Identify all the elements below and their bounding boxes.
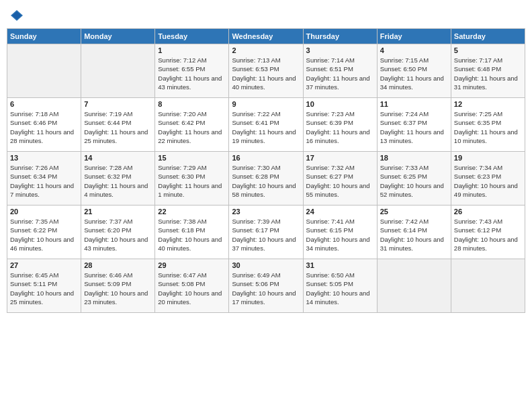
day-info: Sunrise: 7:30 AMSunset: 6:28 PMDaylight:… [232,163,300,199]
weekday-header-friday: Friday [377,29,451,44]
day-info: Sunrise: 7:28 AMSunset: 6:32 PMDaylight:… [84,163,152,199]
day-number: 16 [232,154,300,162]
day-number: 8 [158,100,226,108]
day-number: 30 [232,261,300,269]
calendar-cell: 9Sunrise: 7:22 AMSunset: 6:41 PMDaylight… [229,98,303,152]
day-info: Sunrise: 7:26 AMSunset: 6:34 PMDaylight:… [10,163,78,199]
calendar-cell: 11Sunrise: 7:24 AMSunset: 6:37 PMDayligh… [377,98,451,152]
day-info: Sunrise: 7:13 AMSunset: 6:53 PMDaylight:… [232,56,300,91]
calendar-cell: 21Sunrise: 7:37 AMSunset: 6:20 PMDayligh… [81,205,155,259]
logo-flag-icon [11,9,23,24]
day-info: Sunrise: 7:29 AMSunset: 6:30 PMDaylight:… [158,163,226,199]
day-info: Sunrise: 6:50 AMSunset: 5:05 PMDaylight:… [306,271,374,306]
day-info: Sunrise: 7:37 AMSunset: 6:20 PMDaylight:… [84,217,152,253]
calendar-cell: 13Sunrise: 7:26 AMSunset: 6:34 PMDayligh… [7,152,81,205]
weekday-header-thursday: Thursday [303,29,377,44]
calendar-cell: 12Sunrise: 7:25 AMSunset: 6:35 PMDayligh… [451,98,525,152]
calendar-cell [81,44,155,98]
calendar-cell: 31Sunrise: 6:50 AMSunset: 5:05 PMDayligh… [303,259,377,313]
day-number: 15 [158,154,226,162]
weekday-header-sunday: Sunday [7,29,81,44]
day-info: Sunrise: 6:49 AMSunset: 5:06 PMDaylight:… [232,271,300,306]
calendar-cell [377,259,451,313]
page-header [7,7,525,24]
week-row-4: 20Sunrise: 7:35 AMSunset: 6:22 PMDayligh… [7,205,525,259]
day-info: Sunrise: 7:39 AMSunset: 6:17 PMDaylight:… [232,217,300,253]
week-row-3: 13Sunrise: 7:26 AMSunset: 6:34 PMDayligh… [7,152,525,205]
day-number: 28 [84,261,152,269]
day-number: 11 [380,100,448,108]
day-info: Sunrise: 7:20 AMSunset: 6:42 PMDaylight:… [158,109,226,145]
weekday-header-tuesday: Tuesday [155,29,229,44]
day-number: 4 [380,46,448,54]
week-row-5: 27Sunrise: 6:45 AMSunset: 5:11 PMDayligh… [7,259,525,313]
day-info: Sunrise: 7:38 AMSunset: 6:18 PMDaylight:… [158,217,226,253]
week-row-1: 1Sunrise: 7:12 AMSunset: 6:55 PMDaylight… [7,44,525,98]
day-number: 22 [158,208,226,216]
logo [9,9,23,24]
day-number: 25 [380,208,448,216]
weekday-header-monday: Monday [81,29,155,44]
calendar-cell: 1Sunrise: 7:12 AMSunset: 6:55 PMDaylight… [155,44,229,98]
weekday-header-saturday: Saturday [451,29,525,44]
day-number: 26 [454,208,522,216]
calendar-cell: 6Sunrise: 7:18 AMSunset: 6:46 PMDaylight… [7,98,81,152]
calendar-cell: 29Sunrise: 6:47 AMSunset: 5:08 PMDayligh… [155,259,229,313]
day-info: Sunrise: 7:34 AMSunset: 6:23 PMDaylight:… [454,163,522,199]
day-info: Sunrise: 7:32 AMSunset: 6:27 PMDaylight:… [306,163,374,199]
calendar-cell: 20Sunrise: 7:35 AMSunset: 6:22 PMDayligh… [7,205,81,259]
day-info: Sunrise: 7:18 AMSunset: 6:46 PMDaylight:… [10,109,78,145]
svg-marker-1 [12,11,21,19]
calendar-cell [7,44,81,98]
day-info: Sunrise: 7:24 AMSunset: 6:37 PMDaylight:… [380,109,448,145]
calendar-cell: 27Sunrise: 6:45 AMSunset: 5:11 PMDayligh… [7,259,81,313]
calendar-cell: 18Sunrise: 7:33 AMSunset: 6:25 PMDayligh… [377,152,451,205]
calendar-cell: 3Sunrise: 7:14 AMSunset: 6:51 PMDaylight… [303,44,377,98]
day-number: 24 [306,208,374,216]
day-number: 6 [10,100,78,108]
calendar-cell: 28Sunrise: 6:46 AMSunset: 5:09 PMDayligh… [81,259,155,313]
day-info: Sunrise: 7:15 AMSunset: 6:50 PMDaylight:… [380,56,448,91]
calendar-cell [451,259,525,313]
day-info: Sunrise: 7:43 AMSunset: 6:12 PMDaylight:… [454,217,522,253]
day-info: Sunrise: 7:23 AMSunset: 6:39 PMDaylight:… [306,109,374,145]
calendar-cell: 23Sunrise: 7:39 AMSunset: 6:17 PMDayligh… [229,205,303,259]
calendar-cell: 30Sunrise: 6:49 AMSunset: 5:06 PMDayligh… [229,259,303,313]
day-number: 12 [454,100,522,108]
day-info: Sunrise: 7:14 AMSunset: 6:51 PMDaylight:… [306,56,374,91]
calendar-cell: 17Sunrise: 7:32 AMSunset: 6:27 PMDayligh… [303,152,377,205]
day-info: Sunrise: 7:22 AMSunset: 6:41 PMDaylight:… [232,109,300,145]
calendar-cell: 8Sunrise: 7:20 AMSunset: 6:42 PMDaylight… [155,98,229,152]
day-number: 3 [306,46,374,54]
calendar-cell: 10Sunrise: 7:23 AMSunset: 6:39 PMDayligh… [303,98,377,152]
calendar-cell: 19Sunrise: 7:34 AMSunset: 6:23 PMDayligh… [451,152,525,205]
day-info: Sunrise: 7:19 AMSunset: 6:44 PMDaylight:… [84,109,152,145]
calendar-cell: 5Sunrise: 7:17 AMSunset: 6:48 PMDaylight… [451,44,525,98]
day-info: Sunrise: 7:35 AMSunset: 6:22 PMDaylight:… [10,217,78,253]
day-info: Sunrise: 7:12 AMSunset: 6:55 PMDaylight:… [158,56,226,91]
day-number: 17 [306,154,374,162]
calendar-table: SundayMondayTuesdayWednesdayThursdayFrid… [7,28,525,313]
day-number: 31 [306,261,374,269]
calendar-cell: 22Sunrise: 7:38 AMSunset: 6:18 PMDayligh… [155,205,229,259]
calendar-cell: 15Sunrise: 7:29 AMSunset: 6:30 PMDayligh… [155,152,229,205]
day-info: Sunrise: 6:45 AMSunset: 5:11 PMDaylight:… [10,271,78,306]
day-info: Sunrise: 7:42 AMSunset: 6:14 PMDaylight:… [380,217,448,253]
day-number: 14 [84,154,152,162]
week-row-2: 6Sunrise: 7:18 AMSunset: 6:46 PMDaylight… [7,98,525,152]
day-number: 13 [10,154,78,162]
day-number: 19 [454,154,522,162]
day-info: Sunrise: 7:33 AMSunset: 6:25 PMDaylight:… [380,163,448,199]
day-number: 20 [10,208,78,216]
calendar-cell: 2Sunrise: 7:13 AMSunset: 6:53 PMDaylight… [229,44,303,98]
calendar-cell: 14Sunrise: 7:28 AMSunset: 6:32 PMDayligh… [81,152,155,205]
day-info: Sunrise: 6:47 AMSunset: 5:08 PMDaylight:… [158,271,226,306]
calendar-cell: 24Sunrise: 7:41 AMSunset: 6:15 PMDayligh… [303,205,377,259]
day-number: 9 [232,100,300,108]
calendar-cell: 4Sunrise: 7:15 AMSunset: 6:50 PMDaylight… [377,44,451,98]
day-number: 1 [158,46,226,54]
calendar-cell: 26Sunrise: 7:43 AMSunset: 6:12 PMDayligh… [451,205,525,259]
weekday-header-wednesday: Wednesday [229,29,303,44]
day-number: 21 [84,208,152,216]
day-info: Sunrise: 7:25 AMSunset: 6:35 PMDaylight:… [454,109,522,145]
